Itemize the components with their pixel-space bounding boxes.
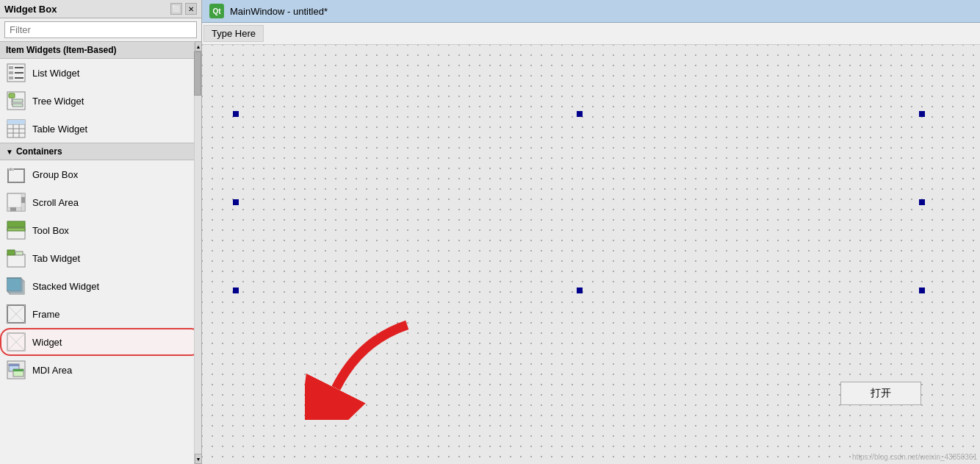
- containers-label: Containers: [16, 146, 62, 157]
- scroll-area-icon: [6, 192, 26, 213]
- widget-box-titlebar: Widget Box ⬜ ✕: [0, 0, 201, 18]
- svg-rect-3: [9, 71, 13, 74]
- open-button[interactable]: 打开: [840, 382, 921, 405]
- list-item-stacked-widget[interactable]: Stacked Widget: [0, 272, 201, 300]
- table-widget-label: Table Widget: [32, 124, 87, 135]
- arrow-annotation: [305, 317, 422, 420]
- group-box-icon: abc: [6, 164, 26, 185]
- type-here-menu-item[interactable]: Type Here: [203, 25, 264, 42]
- list-item-group-box[interactable]: abc Group Box: [0, 160, 201, 188]
- svg-rect-50: [13, 369, 24, 371]
- widget-box: Widget Box ⬜ ✕ ▲ ▼ Item Widgets (Item-Ba…: [0, 0, 202, 464]
- main-window: Qt MainWindow - untitled* Type Here 打开: [202, 0, 980, 464]
- svg-rect-2: [15, 67, 24, 68]
- svg-rect-5: [9, 76, 13, 79]
- tab-widget-icon: [6, 248, 26, 268]
- list-widget-icon: [6, 63, 26, 83]
- list-item-mdi-area[interactable]: MDI Area: [0, 356, 201, 384]
- section-item-views[interactable]: Item Widgets (Item-Based): [0, 41, 201, 59]
- svg-rect-30: [7, 221, 25, 227]
- main-window-title: MainWindow - untitled*: [230, 6, 328, 17]
- svg-rect-33: [7, 254, 25, 267]
- svg-rect-34: [7, 250, 15, 255]
- watermark: https://blog.csdn.net/weixin_43850361: [852, 453, 977, 461]
- scroll-down-button[interactable]: ▼: [195, 454, 201, 464]
- svg-rect-10: [12, 99, 23, 102]
- widget-icon: [6, 332, 26, 352]
- list-item-tree-widget[interactable]: Tree Widget: [0, 87, 201, 115]
- svg-rect-8: [9, 93, 15, 98]
- stacked-widget-icon: [6, 276, 26, 296]
- selection-handle-7: [577, 288, 583, 293]
- mdi-area-label: MDI Area: [32, 365, 72, 376]
- group-box-label: Group Box: [32, 169, 78, 180]
- list-item-tool-box[interactable]: Tool Box: [0, 216, 201, 244]
- list-item-scroll-area[interactable]: Scroll Area: [0, 188, 201, 216]
- svg-rect-21: [19, 120, 25, 124]
- tool-box-icon: [6, 220, 26, 240]
- svg-text:abc: abc: [8, 167, 15, 171]
- svg-rect-6: [15, 77, 24, 79]
- svg-rect-12: [12, 104, 23, 107]
- list-item-tab-widget[interactable]: Tab Widget: [0, 244, 201, 272]
- widget-label: Widget: [32, 337, 62, 348]
- svg-rect-38: [7, 278, 21, 291]
- list-item-frame[interactable]: Frame: [0, 300, 201, 328]
- svg-rect-19: [7, 120, 13, 124]
- tree-widget-icon: [6, 90, 26, 111]
- scrollbar-thumb[interactable]: [194, 51, 201, 96]
- widget-list: ▲ ▼ Item Widgets (Item-Based) List: [0, 41, 201, 464]
- svg-rect-1: [9, 66, 13, 69]
- main-titlebar: Qt MainWindow - untitled*: [202, 0, 980, 23]
- svg-rect-32: [7, 228, 25, 231]
- list-widget-label: List Widget: [32, 68, 79, 79]
- scrollbar-track[interactable]: ▲ ▼: [194, 41, 201, 464]
- tab-widget-label: Tab Widget: [32, 253, 80, 264]
- list-item-table-widget[interactable]: Table Widget: [0, 115, 201, 143]
- section-label: Item Widgets (Item-Based): [6, 45, 117, 55]
- svg-rect-48: [9, 364, 19, 366]
- tool-box-label: Tool Box: [32, 225, 69, 236]
- svg-rect-35: [15, 251, 23, 255]
- svg-rect-4: [15, 72, 24, 74]
- table-widget-icon: [6, 118, 26, 139]
- scroll-area-label: Scroll Area: [32, 197, 79, 208]
- mdi-area-icon: [6, 360, 26, 380]
- close-button[interactable]: ✕: [185, 3, 197, 15]
- selection-handle-3: [919, 111, 925, 117]
- frame-icon: [6, 304, 26, 324]
- svg-rect-20: [13, 120, 19, 124]
- svg-rect-29: [10, 207, 16, 211]
- selection-handle-2: [577, 111, 583, 117]
- scroll-up-button[interactable]: ▲: [195, 41, 201, 51]
- selection-handle-6: [233, 288, 239, 293]
- stacked-widget-label: Stacked Widget: [32, 281, 99, 292]
- tree-widget-label: Tree Widget: [32, 96, 84, 107]
- widget-box-controls: ⬜ ✕: [170, 3, 197, 15]
- list-item-list-widget[interactable]: List Widget: [0, 59, 201, 87]
- selection-handle-5: [919, 199, 925, 205]
- list-item-widget[interactable]: Widget: [0, 328, 201, 356]
- selection-handle-1: [233, 111, 239, 117]
- widget-box-title: Widget Box: [4, 4, 57, 15]
- selection-handle-8: [919, 288, 925, 293]
- svg-rect-27: [21, 197, 25, 203]
- restore-button[interactable]: ⬜: [170, 3, 182, 15]
- section-containers[interactable]: ▼ Containers: [0, 143, 201, 160]
- frame-label: Frame: [32, 309, 60, 320]
- containers-arrow-icon: ▼: [6, 148, 13, 156]
- qt-logo: Qt: [209, 4, 224, 18]
- canvas-area[interactable]: 打开 https://blog.csdn.net/weixin_43850361: [202, 45, 980, 464]
- menu-bar: Type Here: [202, 23, 980, 45]
- selection-handle-4: [233, 199, 239, 205]
- filter-input[interactable]: [4, 21, 197, 38]
